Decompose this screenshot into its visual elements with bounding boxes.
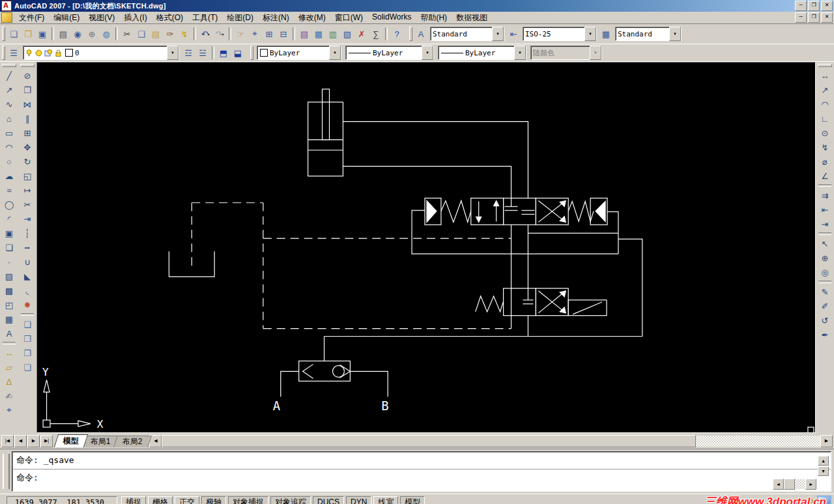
status-toggle-grid[interactable]: 栅格 [148,496,173,504]
erase-icon[interactable]: ⊘ [20,68,35,83]
draworder-send-under-icon[interactable]: ❑ [20,360,35,374]
lineweight-control-combo[interactable]: ByLayer ▼ [438,46,526,60]
menu-文件[interactable]: 文件(F) [14,12,49,24]
layer-viewport-freeze-icon[interactable] [44,49,53,57]
center-mark-icon[interactable]: ◎ [817,265,833,279]
toolbar-grip[interactable] [250,46,253,60]
quick-leader-icon[interactable]: ↖ [817,236,833,251]
rotate-icon[interactable]: ↻ [20,154,35,169]
array-icon[interactable]: ⊞ [20,126,35,140]
scale-icon[interactable]: ◱ [20,169,35,183]
minimize-button[interactable]: ─ [795,1,807,11]
last-tab-icon[interactable]: ▶| [40,435,53,447]
dropdown-arrow-icon[interactable]: ▼ [167,46,179,60]
status-toggle-osnap[interactable]: 对象捕捉 [228,496,268,504]
pan-icon[interactable]: ☞ [233,27,248,41]
dim-update-icon[interactable]: ↺ [817,313,833,328]
copy-object-icon[interactable]: ❐ [20,83,35,97]
menu-视图[interactable]: 视图(V) [84,12,119,24]
restore-button[interactable]: ❐ [808,12,820,23]
join-icon[interactable]: ∪ [20,255,35,269]
point-icon[interactable]: · [1,255,17,269]
scrollbar-track[interactable] [795,479,805,489]
scroll-right-icon[interactable]: ▶ [805,479,816,490]
dim-ordinate-icon[interactable]: ∟ [817,111,833,126]
inquiry-area-icon[interactable]: ▱ [1,360,17,374]
command-hscrollbar[interactable]: ◀ ▶ [773,479,816,490]
markup-set-manager-icon[interactable]: ✗ [354,27,369,41]
linetype-control-combo[interactable]: ByLayer ▼ [345,46,434,60]
status-toggle-polar[interactable]: 极轴 [201,496,226,504]
explode-icon[interactable]: ✸ [20,298,35,312]
dim-linear-icon[interactable]: ↔ [817,68,833,83]
dim-radius-icon[interactable]: ⊙ [817,126,833,140]
layer-lock-icon[interactable] [54,49,63,57]
menu-帮助[interactable]: 帮助(H) [416,12,452,24]
named-views-icon[interactable]: ⌖ [1,403,17,417]
match-properties-icon[interactable]: ✑ [163,27,177,41]
scroll-left-icon[interactable]: ◀ [149,435,162,447]
draworder-send-to-back-icon[interactable]: ❒ [20,331,35,346]
polyline-icon[interactable]: ∿ [1,97,17,111]
drawing-file-icon[interactable] [1,12,12,23]
minimize-button[interactable]: ─ [795,12,807,23]
region-icon[interactable]: ◰ [1,298,17,312]
break-icon[interactable]: ╍ [20,240,35,255]
construction-line-icon[interactable]: ↗ [1,83,17,97]
layer-properties-manager-icon[interactable]: ☰ [7,46,21,60]
toolbar-grip[interactable] [409,27,412,41]
open-icon[interactable]: ❐ [21,27,35,41]
layer-previous-icon[interactable]: ☱ [195,46,210,60]
menu-修改[interactable]: 修改(M) [294,12,330,24]
menu-工具[interactable]: 工具(T) [188,12,222,24]
mirror-icon[interactable]: ⋈ [20,97,35,111]
scrollbar-thumb[interactable] [162,435,696,447]
offset-icon[interactable]: ∥ [20,111,35,126]
move-icon[interactable]: ✥ [20,140,35,154]
horizontal-scrollbar[interactable]: ◀ ▶ [149,436,833,447]
close-button[interactable]: ✕ [821,12,833,23]
status-toggle-lwt[interactable]: 线宽 [373,496,398,504]
hatch-icon[interactable]: ▨ [1,269,17,283]
dim-text-edit-icon[interactable]: ✐ [817,299,833,313]
menu-格式[interactable]: 格式(O) [152,12,188,24]
circle-icon[interactable]: ○ [1,154,17,169]
toolbar-grip[interactable] [818,64,832,67]
publish-icon[interactable]: ⊕ [85,27,99,41]
layer-combo[interactable]: 0 ▼ [23,46,179,60]
tab-模型[interactable]: 模型 [54,434,88,447]
zoom-realtime-icon[interactable]: ⌖ [248,27,262,41]
undo-icon[interactable]: ↶▾ [198,27,212,41]
mtext-icon[interactable]: A [1,326,17,341]
draworder-bring-to-front-icon[interactable]: ❏ [20,317,35,331]
plot-preview-icon[interactable]: ◉ [70,27,85,41]
etransmit-icon[interactable]: ⬒ [216,46,231,60]
dim-style-icon[interactable]: ⇤ [506,27,521,41]
quickcalc-icon[interactable]: ∑ [369,27,383,41]
dropdown-arrow-icon[interactable]: ▼ [514,46,526,60]
menu-绘图[interactable]: 绘图(D) [222,12,258,24]
tab-布局2[interactable]: 布局2 [113,436,152,447]
draworder-bring-above-icon[interactable]: ❐ [20,346,35,360]
dropdown-arrow-icon[interactable]: ▼ [329,46,341,60]
scroll-down-icon[interactable]: ▼ [818,466,829,476]
dim-baseline-icon[interactable]: ⇤ [817,203,833,217]
line-icon[interactable]: ╱ [1,68,17,83]
redo-icon[interactable]: ↷▾ [212,27,227,41]
table-icon[interactable]: ▦ [1,312,17,326]
command-text-area[interactable]: 命令: _qsave 命令: ▲ ▼ ◀ ▶ [12,451,831,492]
publish-web-icon[interactable]: ⬓ [231,46,245,60]
dropdown-arrow-icon[interactable]: ▼ [669,27,681,41]
status-toggle-model[interactable]: 模型 [400,496,425,504]
dropdown-arrow-icon[interactable]: ▼ [492,27,504,41]
menu-标注[interactable]: 标注(N) [258,12,294,24]
color-control-combo[interactable]: ByLayer ▼ [257,46,341,60]
status-toggle-ducs[interactable]: DUCS [313,496,344,504]
designcenter-icon[interactable]: ▦ [311,27,326,41]
menu-窗口[interactable]: 窗口(W) [330,12,367,24]
dropdown-arrow-icon[interactable]: ▼ [422,46,433,60]
break-at-point-icon[interactable]: ┆ [20,226,35,240]
menu-SolidWorks[interactable]: SolidWorks [367,12,416,24]
rectangle-icon[interactable]: ▭ [1,126,17,140]
zoom-window-icon[interactable]: ⊞ [262,27,276,41]
